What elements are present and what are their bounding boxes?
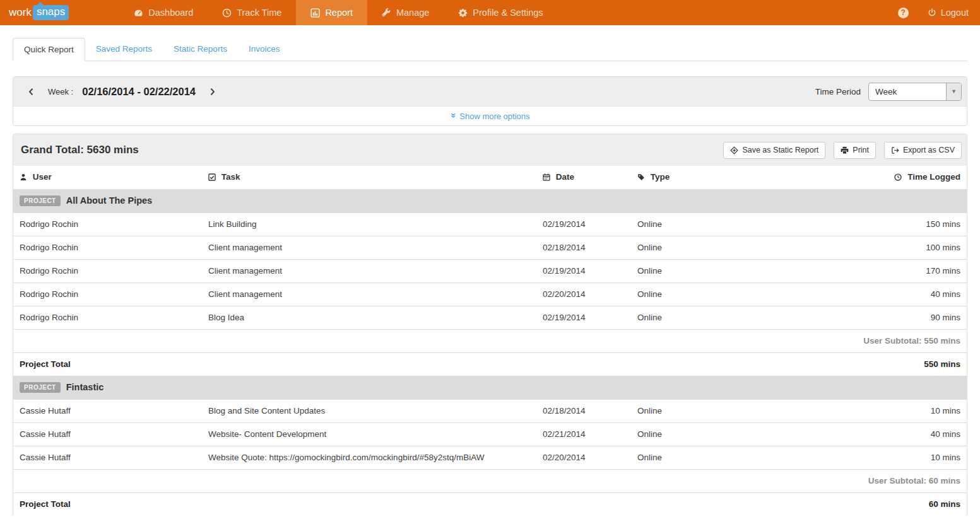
- previous-week-button[interactable]: [22, 88, 40, 96]
- main-nav: Dashboard Track Time Report Manage Profi…: [119, 0, 557, 25]
- power-icon: [928, 8, 936, 17]
- clock-icon: [894, 173, 902, 183]
- column-header-time-logged: Time Logged: [759, 166, 967, 189]
- select-arrow-icon: ▼: [946, 83, 961, 100]
- show-more-label: Show more options: [459, 112, 529, 121]
- project-name: All About The Pipes: [66, 195, 152, 206]
- tab-quick-report[interactable]: Quick Report: [13, 38, 85, 61]
- cell-type: Online: [632, 259, 759, 282]
- export-icon: [891, 146, 899, 154]
- project-badge: PROJECT: [20, 195, 61, 206]
- cell-date: 02/21/2014: [538, 422, 632, 446]
- project-total-row: Project Total550 mins: [13, 352, 967, 376]
- cell-user: Rodrigo Rochin: [13, 236, 203, 259]
- report-tabs: Quick Report Saved Reports Static Report…: [13, 38, 967, 61]
- project-total-label: Project Total: [13, 352, 759, 376]
- project-total-label: Project Total: [13, 492, 759, 516]
- logout-button[interactable]: Logout: [928, 8, 969, 18]
- column-header-date: Date: [538, 166, 632, 189]
- nav-item-profile-settings[interactable]: Profile & Settings: [444, 0, 557, 25]
- cell-task: Link Building: [203, 212, 538, 236]
- cell-date: 02/19/2014: [538, 212, 632, 236]
- cell-user: Cassie Hutaff: [13, 446, 203, 469]
- chevron-left-icon: [27, 88, 35, 96]
- cell-task: Website Quote: https://gomockingbird.com…: [203, 446, 538, 469]
- gear-icon: [458, 8, 468, 18]
- cell-time-logged: 40 mins: [759, 422, 967, 446]
- user-subtotal-row: User Subtotal: 550 mins: [13, 329, 967, 352]
- tab-saved-reports[interactable]: Saved Reports: [85, 38, 163, 61]
- project-badge: PROJECT: [20, 382, 61, 393]
- cell-time-logged: 10 mins: [759, 446, 967, 469]
- project-total-value: 60 mins: [759, 492, 967, 516]
- nav-item-manage[interactable]: Manage: [367, 0, 444, 25]
- time-entry-row: Rodrigo RochinClient management02/19/201…: [13, 259, 967, 282]
- nav-label: Dashboard: [148, 8, 193, 18]
- project-name: Fintastic: [66, 382, 104, 392]
- double-chevron-down-icon: «: [447, 113, 458, 118]
- logo-text-work: work: [9, 6, 32, 19]
- tag-icon: [637, 173, 645, 183]
- export-as-csv-button[interactable]: Export as CSV: [884, 142, 962, 159]
- cell-type: Online: [632, 399, 759, 422]
- button-label: Export as CSV: [903, 146, 955, 154]
- show-more-options-link[interactable]: « Show more options: [13, 107, 967, 125]
- nav-item-report[interactable]: Report: [296, 0, 367, 25]
- week-date-range: 02/16/2014 - 02/22/2014: [82, 86, 196, 98]
- report-panel: Grand Total: 5630 mins Save as Static Re…: [13, 134, 967, 516]
- time-period-select[interactable]: Week ▼: [868, 83, 962, 101]
- report-header: Grand Total: 5630 mins Save as Static Re…: [13, 134, 967, 166]
- cell-task: Blog and Site Content Updates: [203, 399, 538, 422]
- tab-static-reports[interactable]: Static Reports: [163, 38, 238, 61]
- bar-chart-icon: [310, 8, 320, 18]
- report-actions: Save as Static Report Print Export as CS…: [723, 142, 962, 159]
- cell-type: Online: [632, 236, 759, 259]
- nav-item-track-time[interactable]: Track Time: [208, 0, 296, 25]
- print-button[interactable]: Print: [834, 142, 876, 159]
- save-as-static-report-button[interactable]: Save as Static Report: [723, 142, 825, 159]
- time-entry-row: Rodrigo RochinClient management02/20/201…: [13, 282, 967, 306]
- cell-task: Client management: [203, 236, 538, 259]
- user-subtotal-row: User Subtotal: 60 mins: [13, 469, 967, 492]
- nav-label: Report: [325, 8, 353, 18]
- button-label: Print: [853, 146, 869, 154]
- time-entry-row: Cassie HutaffWebsite Quote: https://gomo…: [13, 446, 967, 469]
- column-header-task: Task: [203, 166, 538, 189]
- help-icon[interactable]: ?: [898, 8, 909, 18]
- calendar-icon: [543, 173, 550, 183]
- cell-task: Blog Idea: [203, 306, 538, 329]
- time-period-label: Time Period: [815, 87, 861, 96]
- table-header-row: User Task Date Type Time Logged: [13, 166, 967, 189]
- time-period-value: Week: [869, 83, 946, 100]
- time-entry-row: Rodrigo RochinLink Building02/19/2014Onl…: [13, 212, 967, 236]
- cell-time-logged: 100 mins: [759, 236, 967, 259]
- cell-date: 02/18/2014: [538, 236, 632, 259]
- cell-date: 02/19/2014: [538, 306, 632, 329]
- next-week-button[interactable]: [203, 88, 221, 96]
- cell-date: 02/18/2014: [538, 399, 632, 422]
- nav-label: Track Time: [237, 8, 281, 18]
- cell-user: Rodrigo Rochin: [13, 282, 203, 306]
- cell-type: Online: [632, 282, 759, 306]
- project-header-row: PROJECTAll About The Pipes: [13, 189, 967, 212]
- cell-task: Client management: [203, 282, 538, 306]
- column-header-type: Type: [632, 166, 759, 189]
- cell-user: Rodrigo Rochin: [13, 259, 203, 282]
- nav-item-dashboard[interactable]: Dashboard: [119, 0, 208, 25]
- cell-user: Cassie Hutaff: [13, 422, 203, 446]
- cell-time-logged: 150 mins: [759, 212, 967, 236]
- report-table: User Task Date Type Time Logged: [13, 166, 967, 516]
- cell-date: 02/20/2014: [538, 446, 632, 469]
- column-header-user: User: [13, 166, 203, 189]
- week-selector-bar: Week : 02/16/2014 - 02/22/2014 Time Peri…: [13, 77, 967, 107]
- cell-task: Client management: [203, 259, 538, 282]
- time-entry-row: Rodrigo RochinBlog Idea02/19/2014Online9…: [13, 306, 967, 329]
- cell-type: Online: [632, 212, 759, 236]
- cell-task: Website- Content Development: [203, 422, 538, 446]
- report-table-body: PROJECTAll About The PipesRodrigo Rochin…: [13, 189, 967, 516]
- user-subtotal: User Subtotal: 60 mins: [13, 469, 967, 492]
- tab-invoices[interactable]: Invoices: [238, 38, 291, 61]
- project-total-row: Project Total60 mins: [13, 492, 967, 516]
- cell-time-logged: 40 mins: [759, 282, 967, 306]
- worksnaps-logo[interactable]: worksnaps: [9, 0, 69, 25]
